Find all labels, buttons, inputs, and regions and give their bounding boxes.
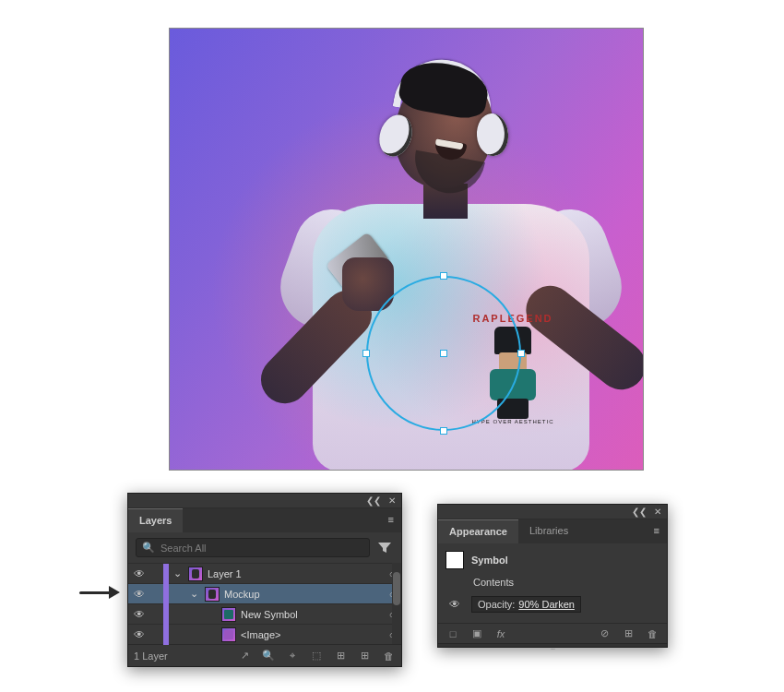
popout-icon[interactable]: ↗ bbox=[237, 650, 252, 662]
layer-row[interactable]: 👁 <Image> ○ bbox=[128, 624, 401, 644]
layer-row[interactable]: 👁 ⌄ Mockup ○ bbox=[128, 583, 401, 603]
new-layer-icon[interactable]: ⊞ bbox=[357, 650, 372, 662]
opacity-label: Opacity: bbox=[478, 599, 515, 610]
layer-thumbnail bbox=[221, 627, 236, 642]
layer-name[interactable]: <Image> bbox=[241, 629, 383, 640]
graphic-subtitle: HYPE OVER AESTHETIC bbox=[451, 419, 575, 424]
appearance-panel: ❮❮ ✕ Appearance Libraries ≡ Symbol Conte… bbox=[437, 504, 668, 648]
clip-mask-icon[interactable]: ⬚ bbox=[309, 650, 324, 662]
visibility-toggle[interactable]: 👁 bbox=[128, 567, 150, 580]
search-placeholder: Search All bbox=[160, 543, 207, 554]
layer-name[interactable]: Mockup bbox=[224, 589, 383, 600]
object-type-label: Symbol bbox=[471, 555, 508, 566]
filter-icon[interactable] bbox=[375, 539, 394, 557]
close-icon[interactable]: ✕ bbox=[388, 495, 396, 506]
appearance-swatch[interactable] bbox=[445, 551, 464, 569]
appearance-footer: □ ▣ fx ⊘ ⊞ 🗑 bbox=[438, 623, 667, 643]
visibility-toggle[interactable]: 👁 bbox=[445, 598, 464, 611]
panel-menu-icon[interactable]: ≡ bbox=[381, 508, 401, 532]
layer-row[interactable]: 👁 ⌄ Layer 1 ○ bbox=[128, 563, 401, 583]
layer-name[interactable]: Layer 1 bbox=[208, 568, 383, 579]
contents-row[interactable]: Contents bbox=[473, 577, 514, 588]
resize-grip[interactable]: ┄ bbox=[438, 643, 667, 647]
stroke-icon[interactable]: ▣ bbox=[469, 627, 484, 639]
layer-thumbnail bbox=[188, 567, 203, 581]
selection-handle-right[interactable] bbox=[517, 350, 525, 357]
layer-thumbnail bbox=[205, 587, 220, 602]
layer-thumbnail bbox=[221, 607, 236, 622]
layer-name[interactable]: New Symbol bbox=[241, 609, 383, 620]
scrollbar[interactable] bbox=[392, 563, 401, 644]
visibility-toggle[interactable]: 👁 bbox=[128, 588, 150, 601]
artboard-canvas[interactable]: RAPLEGEND HYPE OVER AESTHETIC bbox=[169, 28, 644, 471]
selection-handle-center[interactable] bbox=[440, 350, 447, 357]
duplicate-icon[interactable]: ⊞ bbox=[621, 627, 636, 639]
annotation-arrow bbox=[79, 586, 120, 599]
placed-image: RAPLEGEND HYPE OVER AESTHETIC bbox=[276, 56, 552, 471]
search-icon: 🔍 bbox=[142, 542, 155, 554]
delete-icon[interactable]: 🗑 bbox=[645, 628, 659, 639]
selection-handle-bottom[interactable] bbox=[440, 427, 447, 435]
tab-layers[interactable]: Layers bbox=[128, 508, 183, 532]
clear-icon[interactable]: ⊘ bbox=[597, 627, 612, 639]
locate-icon[interactable]: 🔍 bbox=[261, 650, 276, 662]
no-fill-icon[interactable]: □ bbox=[445, 628, 460, 639]
collapse-icon[interactable]: ❮❮ bbox=[366, 495, 381, 506]
opacity-value: 90% Darken bbox=[518, 599, 575, 610]
visibility-toggle[interactable]: 👁 bbox=[128, 608, 150, 621]
search-input[interactable]: 🔍 Search All bbox=[136, 538, 370, 557]
close-icon[interactable]: ✕ bbox=[654, 507, 661, 517]
layer-row[interactable]: 👁 New Symbol ○ bbox=[128, 603, 401, 624]
disclosure-icon[interactable]: ⌄ bbox=[171, 567, 184, 579]
scrollbar-thumb[interactable] bbox=[393, 572, 400, 605]
tab-appearance[interactable]: Appearance bbox=[438, 519, 518, 543]
fx-icon[interactable]: fx bbox=[493, 628, 508, 639]
panel-menu-icon[interactable]: ≡ bbox=[647, 519, 667, 543]
selection-handle-top[interactable] bbox=[440, 272, 447, 280]
layer-count: 1 Layer bbox=[134, 650, 168, 662]
opacity-field[interactable]: Opacity: 90% Darken bbox=[471, 596, 581, 613]
layers-panel: ❮❮ ✕ Layers ≡ 🔍 Search All 👁 ⌄ Layer 1 ○… bbox=[127, 493, 402, 667]
delete-icon[interactable]: 🗑 bbox=[381, 650, 396, 662]
selection-handle-left[interactable] bbox=[362, 350, 370, 357]
visibility-toggle[interactable]: 👁 bbox=[128, 628, 150, 641]
disclosure-icon[interactable]: ⌄ bbox=[187, 588, 200, 600]
graphic-title: RAPLEGEND bbox=[451, 313, 575, 324]
tshirt-graphic: RAPLEGEND HYPE OVER AESTHETIC bbox=[451, 313, 575, 451]
locate-layer-icon[interactable]: ⌖ bbox=[285, 650, 300, 662]
tab-libraries[interactable]: Libraries bbox=[518, 519, 579, 543]
collapse-icon[interactable]: ❮❮ bbox=[632, 507, 647, 517]
layer-list: 👁 ⌄ Layer 1 ○ 👁 ⌄ Mockup ○ 👁 New Symbol bbox=[128, 563, 401, 644]
new-sublayer-icon[interactable]: ⊞ bbox=[333, 650, 348, 662]
layers-footer: 1 Layer ↗ 🔍 ⌖ ⬚ ⊞ ⊞ 🗑 bbox=[128, 644, 401, 666]
